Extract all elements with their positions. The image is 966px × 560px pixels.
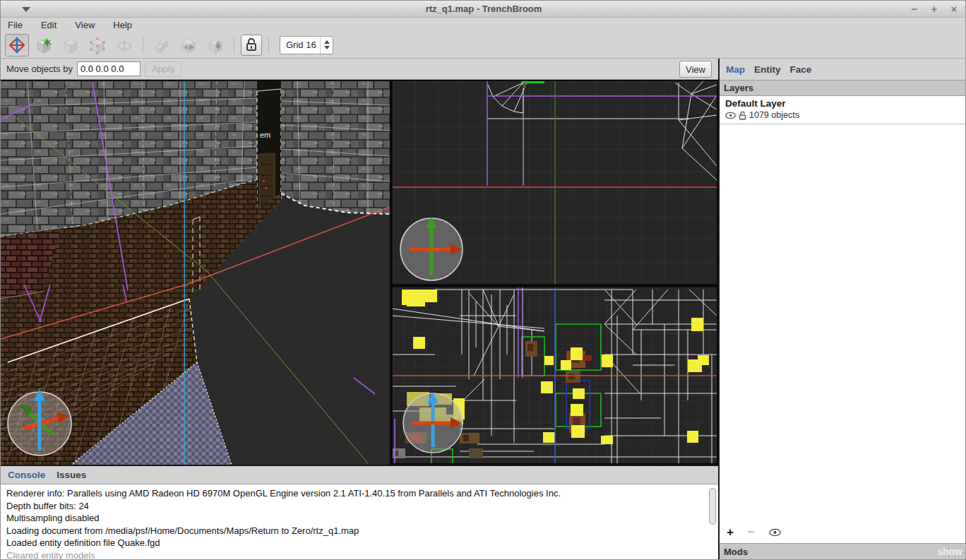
toolbar: Grid 16 (1, 32, 966, 59)
toggle-visibility-button[interactable] (769, 528, 781, 537)
console-header: Console Issues (1, 466, 718, 484)
brush-tool-button[interactable] (32, 34, 56, 56)
tab-entity[interactable]: Entity (754, 64, 781, 75)
apply-button[interactable]: Apply (145, 61, 182, 77)
rotate-tool-button[interactable] (112, 34, 136, 56)
grid-size-dropdown[interactable]: Grid 16 (280, 36, 333, 54)
rotate-tool-icon (115, 36, 133, 54)
layer-name: Default Layer (725, 98, 961, 109)
triangle-down-icon (22, 7, 30, 12)
viewport-2d-bottom[interactable] (393, 287, 717, 463)
vertex-tool-icon (88, 36, 107, 54)
layer-list-empty-area (720, 124, 966, 522)
texture-lock-button[interactable] (241, 35, 262, 56)
inspector-panel: Map Entity Face Layers Default Layer 107… (718, 59, 966, 560)
clip-tool-icon (61, 36, 80, 54)
mods-title: Mods (724, 547, 937, 557)
tab-map[interactable]: Map (726, 64, 745, 75)
menu-bar: File Edit View Help (1, 18, 966, 32)
duplicate-icon (153, 36, 171, 54)
spinner-down-icon[interactable] (324, 46, 330, 49)
toolbar-separator (143, 37, 143, 54)
console-line: Loading document from /media/psf/Home/Do… (6, 525, 712, 537)
menu-help[interactable]: Help (113, 20, 132, 30)
layer-object-count: 1079 objects (749, 110, 799, 120)
console-line: Multisampling disabled (6, 512, 712, 525)
menu-view[interactable]: View (75, 20, 95, 30)
flip-horizontal-button[interactable] (177, 34, 201, 56)
duplicate-button[interactable] (150, 34, 174, 56)
layer-info: 1079 objects (725, 110, 961, 120)
tab-issues[interactable]: Issues (56, 470, 86, 480)
view-dropdown-button[interactable]: View (679, 61, 712, 78)
window-menu-icon[interactable] (22, 5, 32, 13)
inspector-tab-bar: Map Entity Face (720, 59, 966, 81)
layers-title: Layers (724, 83, 753, 93)
move-offset-input[interactable] (77, 61, 141, 76)
viewport-3d[interactable]: em (1, 81, 390, 465)
selection-tool-button[interactable] (5, 34, 29, 56)
console-line: Loaded entity definition file Quake.fgd (6, 537, 712, 549)
maximize-button[interactable]: + (929, 1, 940, 18)
brick-wall-right (281, 81, 390, 214)
console-line: Renderer info: Parallels using AMD Radeo… (6, 487, 712, 500)
minimize-button[interactable]: − (909, 1, 920, 18)
grid-size-stepper[interactable] (320, 37, 333, 54)
window-title: rtz_q1.map - TrenchBroom (1, 4, 966, 14)
unlock-icon[interactable] (739, 111, 746, 120)
close-button[interactable]: × (948, 1, 960, 18)
brush-tool-icon (35, 36, 53, 54)
mods-show-button[interactable]: show (937, 546, 962, 557)
console-log: Renderer info: Parallels using AMD Radeo… (1, 484, 718, 560)
console-line: Depth buffer bits: 24 (6, 500, 712, 513)
move-objects-bar: Move objects by Apply View (1, 59, 718, 80)
add-layer-button[interactable]: + (727, 525, 734, 540)
selection-tool-icon (8, 36, 26, 54)
title-bar: rtz_q1.map - TrenchBroom − + × (1, 1, 966, 18)
mods-header: Mods show (720, 543, 966, 559)
doorway: em (257, 81, 281, 209)
vertex-tool-button[interactable] (85, 34, 109, 56)
flip-vertical-icon (206, 36, 225, 54)
grid-size-value: Grid 16 (280, 40, 320, 50)
flip-vertical-button[interactable] (203, 34, 227, 56)
entity-classname-label: em (260, 131, 270, 139)
window-controls: − + × (909, 1, 960, 18)
viewport-2d-top[interactable] (393, 81, 717, 284)
viewport-area: em (1, 80, 718, 465)
texture-lock-icon (244, 37, 259, 53)
console-line: Cleared entity models (6, 549, 712, 560)
remove-layer-button[interactable]: − (748, 525, 755, 540)
clip-tool-button[interactable] (59, 34, 83, 56)
console-panel: Console Issues Renderer info: Parallels … (1, 465, 718, 560)
tab-face[interactable]: Face (790, 64, 812, 75)
move-objects-label: Move objects by (6, 64, 73, 74)
menu-file[interactable]: File (8, 20, 23, 30)
layer-buttons: + − (720, 522, 966, 543)
tab-console[interactable]: Console (8, 470, 45, 480)
spinner-up-icon[interactable] (324, 40, 330, 44)
toolbar-separator (234, 37, 234, 54)
menu-edit[interactable]: Edit (41, 20, 56, 30)
flip-horizontal-icon (179, 36, 198, 54)
console-scrollbar-thumb[interactable] (709, 488, 716, 525)
layers-header: Layers (720, 81, 966, 96)
layer-row[interactable]: Default Layer 1079 objects (720, 96, 966, 124)
eye-icon[interactable] (725, 112, 736, 119)
toolbar-separator (268, 37, 269, 54)
app-window: rtz_q1.map - TrenchBroom − + × File Edit… (0, 0, 966, 560)
